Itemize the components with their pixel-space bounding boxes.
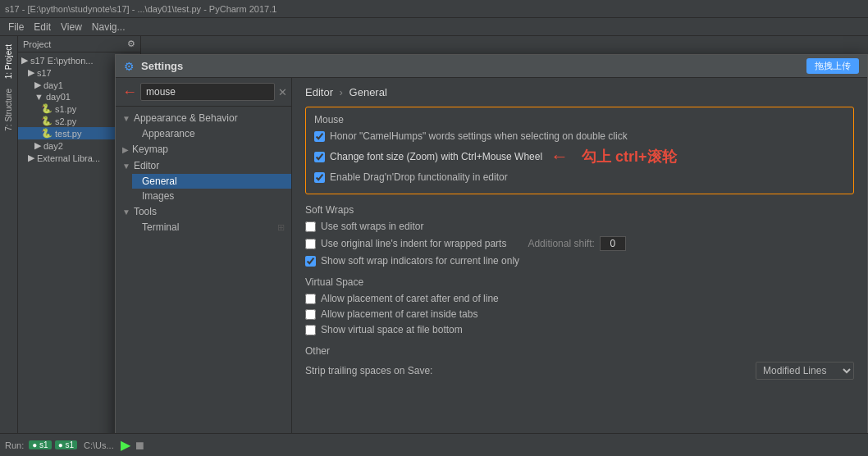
soft-wraps-title: Soft Wraps	[305, 204, 854, 216]
python-file-icon: 🐍	[41, 116, 53, 126]
run-stop-button[interactable]: ⏹	[134, 439, 145, 452]
nav-item-images-label: Images	[142, 190, 174, 202]
checkbox-change-font-size-input[interactable]	[314, 152, 325, 162]
checkbox-show-virtual-input[interactable]	[305, 325, 316, 335]
strip-trailing-row: Strip trailing spaces on Save: None Modi…	[305, 362, 854, 380]
nav-keymap-header[interactable]: ▶ Keymap	[116, 141, 291, 157]
ctrl-scroll-annotation: 勾上 ctrl+滚轮	[582, 147, 677, 166]
checkbox-dragndrop-label[interactable]: Enable Drag'n'Drop functionality in edit…	[330, 171, 508, 183]
checkbox-show-soft-wrap-label[interactable]: Show soft wrap indicators for current li…	[321, 255, 519, 267]
nav-item-images[interactable]: Images	[132, 189, 291, 203]
settings-title: Settings	[141, 60, 183, 72]
project-panel-header: Project ⚙	[18, 36, 140, 52]
virtual-space-section: Virtual Space Allow placement of caret a…	[305, 276, 854, 335]
folder-icon: ▶	[21, 55, 28, 66]
nav-section-appearance-behavior: ▼ Appearance & Behavior Appearance	[116, 110, 291, 141]
menu-view[interactable]: View	[56, 21, 87, 33]
python-file-icon: 🐍	[41, 103, 53, 114]
strip-trailing-label: Strip trailing spaces on Save:	[305, 365, 749, 376]
arrow-annotation-icon: ←	[550, 146, 569, 167]
nav-section-editor: ▼ Editor General Images	[116, 157, 291, 203]
menu-edit[interactable]: Edit	[29, 21, 56, 33]
additional-shift-input[interactable]	[600, 236, 626, 251]
nav-editor-header[interactable]: ▼ Editor	[116, 157, 291, 174]
nav-item-terminal[interactable]: Terminal ⊞	[132, 220, 291, 235]
checkbox-change-font-size-label[interactable]: Change font size (Zoom) with Ctrl+Mouse …	[330, 151, 542, 162]
nav-section-tools: ▼ Tools Terminal ⊞	[116, 203, 291, 235]
run-s1-badge[interactable]: ● s1	[29, 440, 51, 449]
project-panel-options[interactable]: ⚙	[127, 39, 135, 49]
nav-appearance-behavior-children: Appearance	[116, 126, 291, 141]
folder-open-icon: ▼	[34, 92, 43, 102]
checkbox-honor-camelhumps: Honor "CamelHumps" words settings when s…	[314, 130, 845, 142]
checkbox-allow-tabs-input[interactable]	[305, 309, 316, 320]
search-arrow-icon: ←	[122, 84, 137, 101]
nav-section-appearance-behavior-header[interactable]: ▼ Appearance & Behavior	[116, 110, 291, 126]
breadcrumb-part1: Editor	[305, 86, 333, 98]
other-title: Other	[305, 345, 854, 357]
settings-icon: ⚙	[124, 60, 135, 73]
settings-dialog: ⚙ Settings 拖拽上传 ← ✕	[115, 54, 868, 433]
nav-section-keymap: ▶ Keymap	[116, 141, 291, 157]
checkbox-use-original-indent-label[interactable]: Use original line's indent for wrapped p…	[321, 238, 506, 249]
checkbox-show-virtual-space: Show virtual space at file bottom	[305, 324, 854, 335]
breadcrumb-separator: ›	[340, 86, 343, 98]
breadcrumb-part2: General	[349, 86, 387, 98]
checkbox-use-soft-wraps-input[interactable]	[305, 221, 316, 232]
checkbox-honor-camelhumps-input[interactable]	[314, 131, 325, 142]
folder-icon: ▶	[34, 140, 41, 151]
checkbox-dragndrop: Enable Drag'n'Drop functionality in edit…	[314, 171, 845, 183]
settings-search-input[interactable]	[140, 83, 275, 101]
vtab-project[interactable]: 1: Project	[2, 39, 15, 84]
menu-navigate[interactable]: Navig...	[87, 21, 130, 33]
mouse-section: Mouse Honor "CamelHumps" words settings …	[305, 107, 854, 194]
soft-wraps-section: Soft Wraps Use soft wraps in editor Use …	[305, 204, 854, 267]
main-window: s17 - [E:\python\studynote\s17] - ...\da…	[0, 0, 868, 456]
folder-icon: ▶	[34, 80, 41, 90]
checkbox-show-soft-wrap: Show soft wrap indicators for current li…	[305, 255, 854, 267]
other-section: Other Strip trailing spaces on Save: Non…	[305, 345, 854, 380]
vtab-structure[interactable]: 7: Structure	[2, 84, 15, 136]
strip-trailing-select[interactable]: None Modified Lines All	[756, 362, 854, 380]
menu-file[interactable]: File	[3, 21, 29, 33]
nav-item-terminal-label: Terminal	[142, 221, 179, 233]
checkbox-honor-camelhumps-label[interactable]: Honor "CamelHumps" words settings when s…	[330, 130, 628, 142]
checkbox-dragndrop-input[interactable]	[314, 172, 325, 183]
settings-content: Editor › General Mouse Honor "CamelHumps…	[292, 78, 867, 433]
settings-search-area: ← ✕	[116, 78, 291, 107]
checkbox-allow-tabs-label[interactable]: Allow placement of caret inside tabs	[321, 308, 477, 320]
nav-tools-children: Terminal ⊞	[116, 220, 291, 235]
breadcrumb: Editor › General	[305, 86, 854, 98]
checkbox-allow-end-label[interactable]: Allow placement of caret after end of li…	[321, 293, 499, 304]
expand-arrow-icon: ▼	[122, 114, 130, 123]
run-s1-badge2[interactable]: ● s1	[55, 440, 77, 449]
checkbox-use-soft-wraps: Use soft wraps in editor	[305, 221, 854, 232]
settings-body: ← ✕ ▼ Appearance & Behavior	[116, 78, 867, 433]
upload-button[interactable]: 拖拽上传	[806, 58, 859, 74]
checkbox-change-font-size: Change font size (Zoom) with Ctrl+Mouse …	[314, 146, 845, 167]
folder-icon: ▶	[28, 153, 34, 163]
keymap-arrow-icon: ▶	[122, 145, 129, 154]
folder-icon: ▶	[28, 67, 34, 78]
nav-appearance-behavior-label: Appearance & Behavior	[134, 112, 238, 124]
vertical-tabs: 1: Project 7: Structure	[0, 36, 18, 433]
nav-tools-header[interactable]: ▼ Tools	[116, 203, 291, 220]
checkbox-allow-end-input[interactable]	[305, 294, 316, 304]
checkbox-show-virtual-label[interactable]: Show virtual space at file bottom	[321, 324, 463, 335]
menubar: File Edit View Navig...	[0, 18, 868, 36]
nav-item-appearance[interactable]: Appearance	[132, 126, 291, 141]
run-cwd: C:\Us...	[84, 440, 114, 450]
run-play-button[interactable]: ▶	[121, 437, 130, 453]
settings-tree: ← ✕ ▼ Appearance & Behavior	[116, 78, 292, 433]
tools-arrow-icon: ▼	[122, 207, 130, 217]
checkbox-use-soft-wraps-label[interactable]: Use soft wraps in editor	[321, 221, 423, 232]
mouse-section-title: Mouse	[314, 114, 845, 125]
checkbox-show-soft-wrap-input[interactable]	[305, 256, 316, 267]
settings-titlebar: ⚙ Settings 拖拽上传	[116, 55, 867, 78]
search-clear-icon[interactable]: ✕	[278, 86, 287, 98]
main-area: 1: Project 7: Structure Project ⚙ ▶ s17 …	[0, 36, 868, 433]
virtual-space-title: Virtual Space	[305, 276, 854, 288]
editor-arrow-icon: ▼	[122, 162, 130, 171]
checkbox-use-original-indent-input[interactable]	[305, 239, 316, 249]
nav-item-general[interactable]: General	[132, 174, 291, 189]
